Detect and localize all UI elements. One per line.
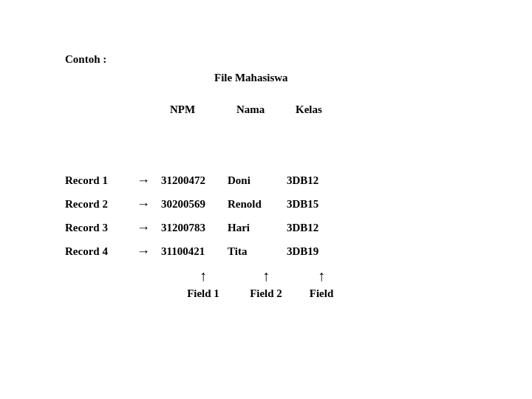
header-row: NPM Nama Kelas (170, 103, 347, 116)
field-column: ↑Field 1 (170, 267, 236, 300)
record-label: Record 1 (65, 174, 126, 187)
record-nama: Doni (228, 174, 287, 187)
table-row: Record 1→31200472Doni3DB12 (65, 170, 338, 191)
table-row: Record 4→31100421Tita3DB19 (65, 241, 338, 262)
header-npm: NPM (170, 103, 236, 116)
field-label: Field (310, 287, 334, 300)
page: Contoh : File Mahasiswa NPM Nama Kelas R… (0, 0, 532, 399)
table-row: Record 3→31200783Hari3DB12 (65, 217, 338, 238)
field-column: ↑Field (296, 267, 347, 300)
fields-area: ↑Field 1↑Field 2↑Field (170, 267, 347, 300)
arrow-icon: → (126, 197, 161, 212)
record-kelas: 3DB12 (287, 174, 338, 187)
file-title: File Mahasiswa (214, 72, 288, 84)
arrow-icon: → (126, 173, 161, 188)
record-nama: Tita (228, 245, 287, 258)
contoh-label: Contoh : (65, 53, 106, 66)
record-nama: Renold (228, 198, 287, 211)
field-column: ↑Field 2 (236, 267, 296, 300)
record-label: Record 4 (65, 245, 126, 258)
record-kelas: 3DB12 (287, 222, 338, 234)
record-label: Record 2 (65, 198, 126, 211)
field-label: Field 2 (250, 287, 282, 300)
up-arrow-icon: ↑ (200, 267, 207, 284)
records-area: Record 1→31200472Doni3DB12Record 2→30200… (65, 170, 338, 265)
record-label: Record 3 (65, 222, 126, 234)
record-npm: 31100421 (161, 245, 228, 258)
arrow-icon: → (126, 244, 161, 259)
record-npm: 31200472 (161, 174, 228, 187)
record-npm: 30200569 (161, 198, 228, 211)
arrow-icon: → (126, 220, 161, 236)
record-nama: Hari (228, 222, 287, 234)
record-npm: 31200783 (161, 222, 228, 234)
record-kelas: 3DB15 (287, 198, 338, 211)
field-label: Field 1 (187, 287, 219, 300)
header-nama: Nama (236, 103, 296, 116)
table-row: Record 2→30200569Renold3DB15 (65, 194, 338, 214)
up-arrow-icon: ↑ (262, 267, 270, 284)
record-kelas: 3DB19 (287, 245, 338, 258)
up-arrow-icon: ↑ (318, 267, 325, 284)
header-kelas: Kelas (296, 103, 347, 116)
